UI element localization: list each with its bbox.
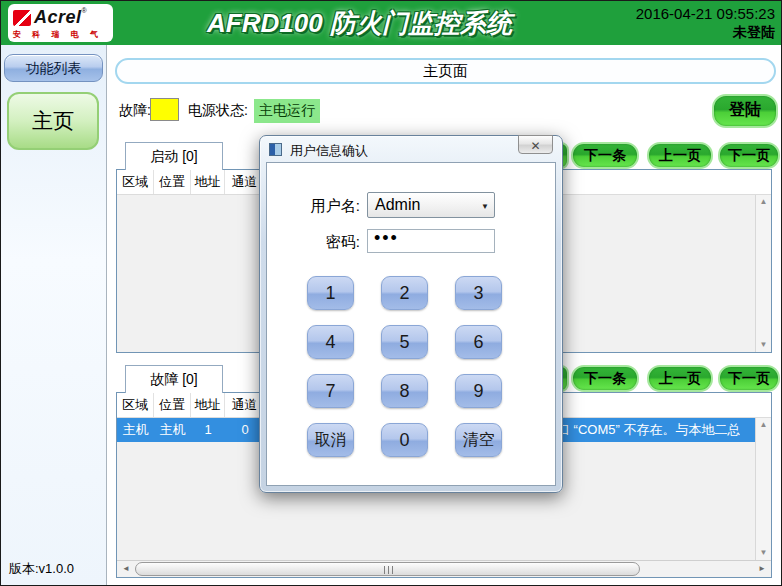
- next-page-button-top[interactable]: 下一页: [718, 142, 780, 169]
- sidebar: 功能列表 主页 版本:v1.0.0: [1, 45, 107, 585]
- vertical-scrollbar[interactable]: ▲ ▼: [755, 195, 771, 352]
- next-item-button-top[interactable]: 下一条: [571, 142, 639, 169]
- column-header: 位置: [154, 393, 191, 417]
- app-header: Acrel® 安 科 瑞 电 气 AFRD100 防火门监控系统 2016-04…: [1, 1, 781, 45]
- vertical-scrollbar[interactable]: ▲ ▼: [755, 418, 771, 560]
- page-title: 主页面: [115, 58, 776, 84]
- username-value: Admin: [375, 196, 420, 214]
- power-status-value: 主电运行: [254, 99, 320, 123]
- password-field[interactable]: •••: [367, 229, 495, 253]
- close-button[interactable]: ✕: [518, 135, 553, 154]
- next-page-button-bottom[interactable]: 下一页: [718, 365, 780, 392]
- power-status-label: 电源状态:: [188, 102, 248, 120]
- scrollbar-thumb[interactable]: [135, 562, 640, 576]
- acrel-logo-icon: [13, 10, 31, 26]
- scroll-right-icon[interactable]: ►: [755, 561, 769, 577]
- dialog-title: 用户信息确认: [290, 142, 368, 160]
- password-label: 密码:: [300, 233, 360, 252]
- keypad-button-4[interactable]: 4: [307, 325, 354, 359]
- column-header: 区域: [117, 393, 154, 417]
- thumb-grip-icon: [384, 566, 393, 574]
- column-header: 地址: [191, 170, 225, 194]
- version-text: 版本:v1.0.0: [9, 560, 74, 578]
- cell-location: 主机: [154, 418, 191, 442]
- keypad-button-8[interactable]: 8: [381, 374, 428, 408]
- brand-text: Acrel: [34, 7, 82, 27]
- app-title: AFRD100 防火门监控系统: [127, 6, 592, 41]
- chevron-down-icon: ▼: [481, 202, 489, 211]
- keypad-button-5[interactable]: 5: [381, 325, 428, 359]
- tab-fault[interactable]: 故障 [0]: [125, 365, 223, 393]
- dialog-titlebar[interactable]: 用户信息确认 ✕: [260, 136, 562, 162]
- scroll-left-icon[interactable]: ◄: [119, 561, 133, 577]
- registered-mark: ®: [82, 7, 87, 14]
- datetime-text: 2016-04-21 09:55:23: [636, 5, 775, 22]
- acrel-logo: Acrel® 安 科 瑞 电 气: [8, 4, 113, 42]
- username-select[interactable]: Admin ▼: [367, 192, 495, 218]
- keypad-button-7[interactable]: 7: [307, 374, 354, 408]
- prev-page-button-bottom[interactable]: 上一页: [647, 365, 713, 392]
- cell-region: 主机: [117, 418, 154, 442]
- brand-subtitle: 安 科 瑞 电 气: [13, 29, 108, 40]
- keypad-button-0[interactable]: 0: [381, 423, 428, 457]
- window-icon: [269, 143, 282, 156]
- keypad-button-6[interactable]: 6: [455, 325, 502, 359]
- cell-address: 1: [191, 418, 225, 442]
- prev-page-button-top[interactable]: 上一页: [647, 142, 713, 169]
- keypad-button-2[interactable]: 2: [381, 276, 428, 310]
- scroll-up-icon[interactable]: ▲: [756, 195, 771, 209]
- user-info-dialog: 用户信息确认 ✕ 用户名: Admin ▼ 密码: ••• 1 2 3 4 5 …: [259, 135, 563, 493]
- scroll-down-icon[interactable]: ▼: [756, 338, 771, 352]
- function-list-button[interactable]: 功能列表: [4, 54, 103, 82]
- keypad-button-9[interactable]: 9: [455, 374, 502, 408]
- horizontal-scrollbar[interactable]: ◄ ►: [117, 560, 771, 577]
- column-header: 地址: [191, 393, 225, 417]
- next-item-button-bottom[interactable]: 下一条: [571, 365, 639, 392]
- keypad-cancel-button[interactable]: 取消: [307, 423, 354, 457]
- close-icon: ✕: [530, 139, 540, 153]
- fault-label: 故障:: [119, 102, 151, 120]
- tab-start[interactable]: 启动 [0]: [125, 142, 223, 170]
- sidebar-item-home[interactable]: 主页: [7, 92, 99, 150]
- keypad-clear-button[interactable]: 清空: [455, 423, 502, 457]
- login-button[interactable]: 登陆: [712, 94, 778, 128]
- column-header: 位置: [154, 170, 191, 194]
- password-dots: •••: [374, 228, 399, 249]
- login-status: 未登陆: [733, 24, 775, 42]
- column-header: 区域: [117, 170, 154, 194]
- fault-indicator: [150, 98, 179, 121]
- scroll-down-icon[interactable]: ▼: [756, 546, 771, 560]
- scroll-up-icon[interactable]: ▲: [756, 418, 771, 432]
- keypad-button-1[interactable]: 1: [307, 276, 354, 310]
- app-window: Acrel® 安 科 瑞 电 气 AFRD100 防火门监控系统 2016-04…: [0, 0, 782, 586]
- username-label: 用户名:: [285, 197, 360, 216]
- keypad-button-3[interactable]: 3: [455, 276, 502, 310]
- dialog-content: 用户名: Admin ▼ 密码: ••• 1 2 3 4 5 6 7 8 9 取…: [266, 162, 556, 486]
